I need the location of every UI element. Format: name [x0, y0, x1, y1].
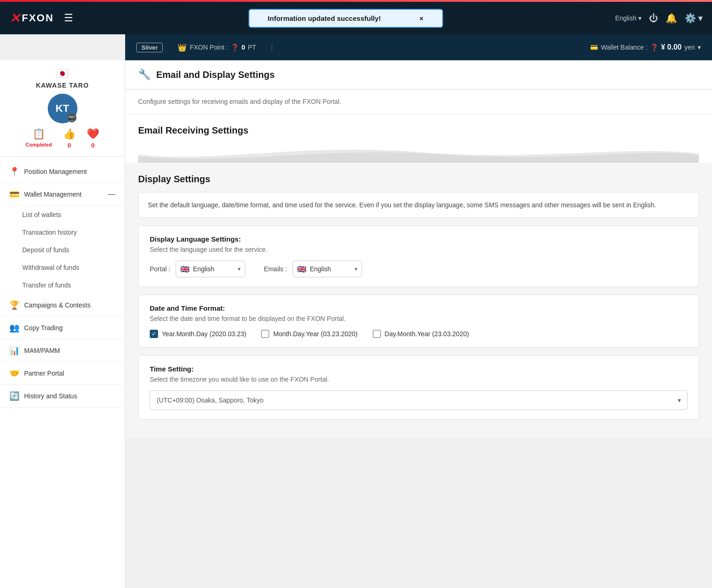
language-settings-card: Display Language Settings: Select the la… — [138, 225, 699, 287]
profile-stats: 📋 Completed 👍 0 ❤️ 0 — [7, 128, 117, 149]
logo[interactable]: ✕ FXON — [9, 11, 54, 26]
profile-section: 🇯🇵 KAWASE TARO KT 📷 📋 Completed 👍 0 ❤️ 0 — [0, 60, 125, 157]
emails-label: Emails : — [264, 265, 287, 273]
notification-close-button[interactable]: × — [420, 15, 424, 22]
avatar-initials: KT — [56, 102, 69, 115]
hearts-value: 0 — [91, 142, 95, 149]
checkbox-mdy[interactable] — [261, 330, 269, 338]
datetime-title: Date and Time Format: — [150, 304, 687, 312]
trophy-icon: 🏆 — [9, 300, 19, 310]
completed-icon: 📋 — [32, 128, 45, 140]
lang-settings-desc: Select the language used for the service… — [150, 246, 687, 253]
checkbox-dmy[interactable] — [373, 330, 381, 338]
sidebar-item-campaigns[interactable]: 🏆 Campaigns & Contests — [0, 294, 125, 317]
sidebar-item-deposit-of-funds[interactable]: Deposit of funds — [0, 241, 125, 259]
language-row: Portal : 🇬🇧 English 日本語 中文 ▾ Em — [150, 261, 687, 277]
datetime-option-ymd[interactable]: ✓ Year.Month.Day (2020.03.23) — [150, 330, 246, 338]
display-settings-title: Display Settings — [138, 174, 699, 185]
datetime-options: ✓ Year.Month.Day (2020.03.23) Month.Day.… — [150, 330, 687, 338]
sidebar-item-label: Wallet Management — [24, 191, 82, 198]
page-description: Configure settings for receiving emails … — [138, 98, 699, 105]
wallet-chevron-icon: ▾ — [698, 44, 701, 51]
hamburger-menu[interactable]: ☰ — [61, 9, 76, 27]
heart-icon: ❤️ — [87, 128, 99, 140]
sidebar-item-wallet-management[interactable]: 💳 Wallet Management — — [0, 183, 125, 206]
wallet-icon-nav: 💳 — [9, 189, 19, 199]
wave-divider — [138, 141, 699, 163]
power-icon[interactable]: ⏻ — [649, 13, 658, 24]
settings-chevron: ▾ — [698, 13, 703, 24]
time-setting-desc: Select the timezone you would like to us… — [150, 376, 687, 383]
thumbs-up-icon: 👍 — [63, 128, 76, 140]
emails-language-selector-wrapper: 🇬🇧 English 日本語 中文 ▾ — [292, 261, 362, 277]
sidebar-item-list-of-wallets[interactable]: List of wallets — [0, 206, 125, 224]
datetime-ymd-label: Year.Month.Day (2020.03.23) — [162, 330, 246, 338]
camera-icon[interactable]: 📷 — [67, 113, 76, 122]
emails-lang-group: Emails : 🇬🇧 English 日本語 中文 ▾ — [264, 261, 362, 277]
collapse-icon: — — [108, 190, 115, 198]
main-content: 🔧 Email and Display Settings Configure s… — [125, 60, 712, 588]
page-title: Email and Display Settings — [156, 70, 275, 80]
portal-lang-group: Portal : 🇬🇧 English 日本語 中文 ▾ — [150, 261, 245, 277]
settings-icon[interactable]: ⚙️ ▾ — [685, 13, 703, 24]
portal-language-selector-wrapper: 🇬🇧 English 日本語 中文 ▾ — [176, 261, 245, 277]
checkbox-ymd[interactable]: ✓ — [150, 330, 158, 338]
users-icon: 👥 — [9, 323, 19, 333]
sidebar-item-transaction-history[interactable]: Transaction history — [0, 224, 125, 241]
datetime-mdy-label: Month.Day.Year (03.23.2020) — [273, 330, 357, 338]
sidebar-item-withdrawal-of-funds[interactable]: Withdrawal of funds — [0, 259, 125, 276]
portal-language-select[interactable]: English 日本語 中文 — [176, 261, 245, 277]
bar-chart-icon: 📊 — [9, 345, 19, 356]
sidebar-item-position-management[interactable]: 📍 Position Management — [0, 160, 125, 183]
help-icon-wallet[interactable]: ❓ — [650, 44, 658, 51]
datetime-settings-card: Date and Time Format: Select the date an… — [138, 294, 699, 348]
stat-completed: 📋 Completed — [25, 128, 52, 149]
stat-hearts: ❤️ 0 — [87, 128, 99, 149]
sidebar-item-label: History and Status — [24, 392, 77, 400]
datetime-option-mdy[interactable]: Month.Day.Year (03.23.2020) — [261, 330, 357, 338]
email-section: Email Receiving Settings — [125, 114, 712, 163]
email-section-title: Email Receiving Settings — [138, 125, 699, 136]
sidebar-item-label: Partner Portal — [24, 370, 64, 377]
wallet-amount-value: ¥ 0.00 — [661, 43, 681, 51]
logo-fxon: FXON — [22, 12, 54, 24]
description-box: Configure settings for receiving emails … — [125, 89, 712, 114]
bell-icon[interactable]: 🔔 — [666, 13, 677, 24]
completed-label: Completed — [25, 142, 52, 147]
language-selector[interactable]: English ▾ — [615, 14, 642, 22]
help-icon[interactable]: ❓ — [231, 44, 239, 51]
sidebar-item-label: Campaigns & Contests — [24, 301, 90, 309]
wrench-icon: 🔧 — [138, 69, 151, 81]
sidebar-item-copy-trading[interactable]: 👥 Copy Trading — [0, 317, 125, 339]
datetime-option-dmy[interactable]: Day.Month.Year (23.03.2020) — [373, 330, 469, 338]
stat-likes: 👍 0 — [63, 128, 76, 149]
chevron-down-icon: ▾ — [638, 14, 642, 22]
second-bar: Silver 👑 FXON Point : ❓ 0 PT | 💳 Wallet … — [125, 34, 712, 60]
crown-icon: 👑 — [178, 43, 187, 52]
avatar[interactable]: KT 📷 — [48, 94, 77, 123]
wallet-balance[interactable]: 💳 Wallet Balance : ❓ ¥ 0.00 yen ▾ — [590, 43, 701, 51]
sidebar: 🇯🇵 KAWASE TARO KT 📷 📋 Completed 👍 0 ❤️ 0 — [0, 60, 125, 588]
language-label: English — [615, 14, 636, 22]
wallet-icon: 💳 — [590, 44, 598, 51]
emails-language-select[interactable]: English 日本語 中文 — [292, 261, 362, 277]
silver-badge: Silver — [136, 43, 163, 52]
sidebar-item-transfer-of-funds[interactable]: Transfer of funds — [0, 276, 125, 294]
sidebar-item-mam-pamm[interactable]: 📊 MAM/PAMM — [0, 339, 125, 362]
sidebar-item-label: Position Management — [24, 168, 87, 175]
fxon-point: 👑 FXON Point : ❓ 0 PT — [178, 43, 256, 52]
refresh-icon: 🔄 — [9, 391, 19, 401]
top-navbar: ✕ FXON ☰ Information updated successfull… — [0, 2, 712, 34]
datetime-desc: Select the date and time format to be di… — [150, 315, 687, 322]
timezone-select[interactable]: (UTC+09:00) Osaka, Sapporo, Tokyo (UTC+0… — [150, 390, 687, 410]
wallet-submenu: List of wallets Transaction history Depo… — [0, 206, 125, 294]
datetime-dmy-label: Day.Month.Year (23.03.2020) — [385, 330, 469, 338]
time-setting-title: Time Setting: — [150, 365, 687, 373]
fxon-point-value: 0 — [242, 44, 245, 51]
sidebar-item-history-status[interactable]: 🔄 History and Status — [0, 385, 125, 408]
notification-message: Information updated successfully! — [268, 14, 381, 22]
sidebar-item-partner-portal[interactable]: 🤝 Partner Portal — [0, 362, 125, 385]
nav-menu: 📍 Position Management 💳 Wallet Managemen… — [0, 157, 125, 411]
sidebar-item-label: MAM/PAMM — [24, 347, 60, 354]
time-settings-card: Time Setting: Select the timezone you wo… — [138, 355, 699, 420]
